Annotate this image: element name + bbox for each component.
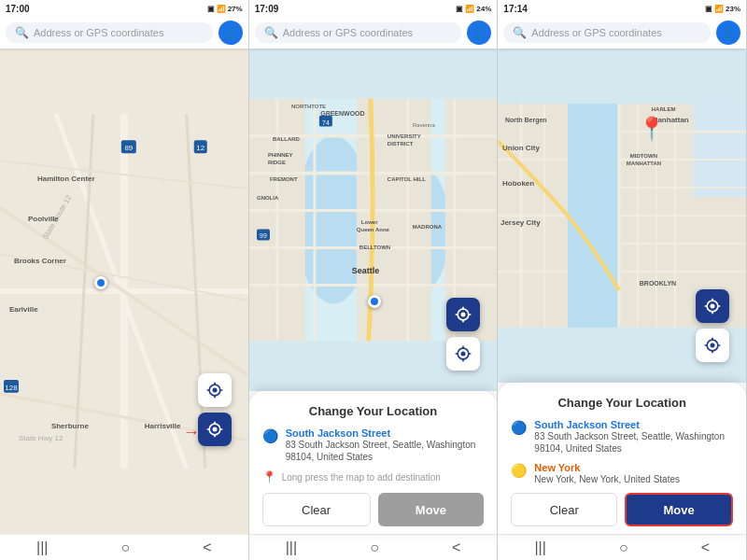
fab-location-filled-2[interactable] [446,298,480,331]
svg-text:HARLEM: HARLEM [652,106,676,112]
clear-button-3[interactable]: Clear [511,493,617,526]
hint-row-2: 📍 Long press the map to add destination [262,470,485,483]
svg-point-97 [711,343,715,348]
svg-rect-69 [568,104,619,328]
nav-bar-3: ||| ○ < [498,534,746,560]
time-2: 17:09 [255,4,279,14]
svg-text:89: 89 [124,144,133,152]
panel-2: 17:09 ▣ 📶 24% 🔍 Address or GPS coordinat… [249,0,499,560]
search-placeholder-1: Address or GPS coordinates [34,27,163,38]
avatar-1[interactable]: 👤 [218,21,243,45]
svg-text:UNIVERSITY: UNIVERSITY [387,133,420,139]
svg-text:Union City: Union City [502,144,540,152]
nav-back-icon-3[interactable]: < [701,539,710,556]
svg-text:Seattle: Seattle [352,266,379,275]
svg-point-99 [711,304,715,309]
search-icon-3: 🔍 [513,26,526,39]
nav-back-icon-2[interactable]: < [452,539,460,556]
status-icons-2: ▣ 📶 24% [456,5,491,13]
dest-addr-3: New York, New York, United States [534,473,680,485]
time-1: 17:00 [6,4,30,14]
map-2[interactable]: GREENWOOD BALLARD PHINNEY RIDGE UNIVERSI… [249,49,498,391]
move-button-3[interactable]: Move [625,493,733,526]
svg-text:NORTHTOTE: NORTHTOTE [291,104,326,109]
nav-home-icon-1[interactable]: ○ [121,539,131,556]
svg-text:Brooks Corner: Brooks Corner [14,257,66,265]
svg-text:CAPITOL HILL: CAPITOL HILL [387,176,425,182]
move-button-2[interactable]: Move [378,493,485,526]
status-icons-1: ▣ 📶 27% [207,5,243,13]
svg-text:GREENWOOD: GREENWOOD [320,110,364,117]
svg-text:State Hwy 12: State Hwy 12 [19,434,63,442]
search-input-wrap-1[interactable]: 🔍 Address or GPS coordinates [6,22,213,43]
nav-back-icon-1[interactable]: < [203,539,211,556]
avatar-3[interactable]: 👤 [716,21,740,45]
search-icon-1: 🔍 [15,26,28,39]
svg-point-26 [212,427,217,432]
svg-text:12: 12 [196,144,204,152]
svg-text:BALLARD: BALLARD [273,136,301,142]
sheet-title-3: Change Your Location [511,396,733,410]
nav-home-icon-3[interactable]: ○ [619,539,628,556]
origin-row-2: 🔵 South Jackson Street 83 South Jackson … [262,427,485,463]
svg-text:Harrisville: Harrisville [145,422,181,430]
search-input-wrap-2[interactable]: 🔍 Address or GPS coordinates [255,22,462,43]
svg-text:Lower: Lower [361,219,378,225]
svg-text:MIDTOWN: MIDTOWN [630,153,657,159]
svg-text:99: 99 [260,232,267,239]
svg-text:GNOLIA: GNOLIA [257,195,279,201]
nav-menu-icon-2[interactable]: ||| [286,539,297,556]
svg-text:North Bergen: North Bergen [505,117,547,124]
svg-text:PHINNEY: PHINNEY [268,152,293,158]
sheet-title-2: Change Your Location [262,404,485,418]
status-bar-3: 17:14 ▣ 📶 23% [498,0,746,17]
fab-location-filled-3[interactable] [696,289,729,323]
origin-name-2: South Jackson Street [286,427,485,439]
fab-location-3[interactable] [696,329,729,362]
svg-text:BELLTOWN: BELLTOWN [359,245,390,250]
svg-text:Poolville: Poolville [28,215,59,223]
nav-bar-2: ||| ○ < [249,534,498,560]
btn-row-3: Clear Move [511,493,733,526]
arrow-1: → [183,423,200,442]
search-placeholder-2: Address or GPS coordinates [283,27,413,38]
status-bar-1: 17:00 ▣ 📶 27% [0,0,248,17]
avatar-2[interactable]: 👤 [467,21,491,45]
origin-icon-2: 🔵 [262,428,278,443]
destination-marker-3: 📍 [638,116,666,142]
fab-location-filled-1[interactable] [198,413,232,446]
dest-icon-3: 🟡 [511,463,527,478]
clear-button-2[interactable]: Clear [262,493,371,526]
origin-row-3: 🔵 South Jackson Street 83 South Jackson … [511,419,733,455]
search-placeholder-3: Address or GPS coordinates [531,27,661,38]
svg-text:RIDGE: RIDGE [268,160,286,165]
origin-addr-2: 83 South Jackson Street, Seattle, Washin… [286,439,485,463]
status-bar-2: 17:09 ▣ 📶 24% [249,0,498,17]
bottom-sheet-3: Change Your Location 🔵 South Jackson Str… [498,383,746,534]
nav-menu-icon-3[interactable]: ||| [534,539,545,556]
map-svg-1: State Route 12 State Hwy 12 89 12 128 Ha… [0,49,248,534]
nav-bar-1: ||| ○ < [0,534,248,560]
origin-name-3: South Jackson Street [534,419,733,430]
panel-1: 17:00 ▣ 📶 27% 🔍 Address or GPS coordinat… [0,0,249,560]
svg-text:74: 74 [322,119,330,126]
panel-3: 17:14 ▣ 📶 23% 🔍 Address or GPS coordinat… [498,0,747,560]
search-bar-1: 🔍 Address or GPS coordinates 👤 [0,17,248,49]
bottom-sheet-2: Change Your Location 🔵 South Jackson Str… [249,391,498,534]
search-input-wrap-3[interactable]: 🔍 Address or GPS coordinates [503,22,711,43]
fab-location-2[interactable] [446,337,480,371]
search-bar-2: 🔍 Address or GPS coordinates 👤 [249,17,498,49]
hint-icon-2: 📍 [262,470,276,483]
svg-text:Hamilton Center: Hamilton Center [37,175,95,183]
nav-home-icon-2[interactable]: ○ [370,539,379,556]
nav-menu-icon-1[interactable]: ||| [36,539,48,556]
svg-text:MADRONA: MADRONA [412,224,442,230]
svg-text:Earlville: Earlville [9,305,38,314]
map-1[interactable]: State Route 12 State Hwy 12 89 12 128 Ha… [0,49,248,534]
dest-name-3: New York [534,462,680,473]
svg-text:Ravenna: Ravenna [412,122,435,128]
fab-location-1[interactable] [198,373,232,407]
svg-text:Jersey City: Jersey City [500,218,541,227]
map-3[interactable]: North Bergen Union City Manhattan MIDTOW… [498,49,746,383]
svg-text:Queen Anne: Queen Anne [357,227,390,232]
